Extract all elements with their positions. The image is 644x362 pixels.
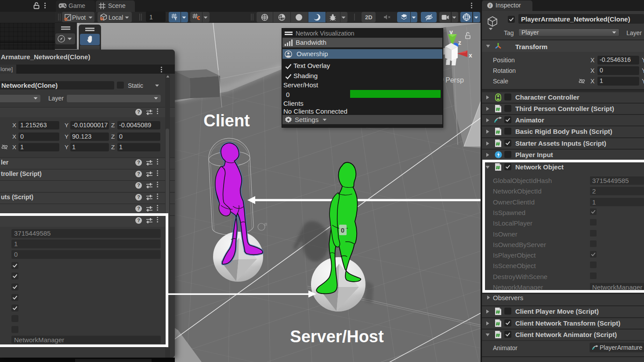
svg-text:Persp: Persp xyxy=(445,76,464,84)
svg-text:Client: Client xyxy=(203,111,250,130)
svg-text:Server/Host: Server/Host xyxy=(290,327,384,346)
svg-text:0: 0 xyxy=(341,226,344,234)
svg-text:x: x xyxy=(469,52,472,59)
svg-text:z: z xyxy=(458,39,461,46)
